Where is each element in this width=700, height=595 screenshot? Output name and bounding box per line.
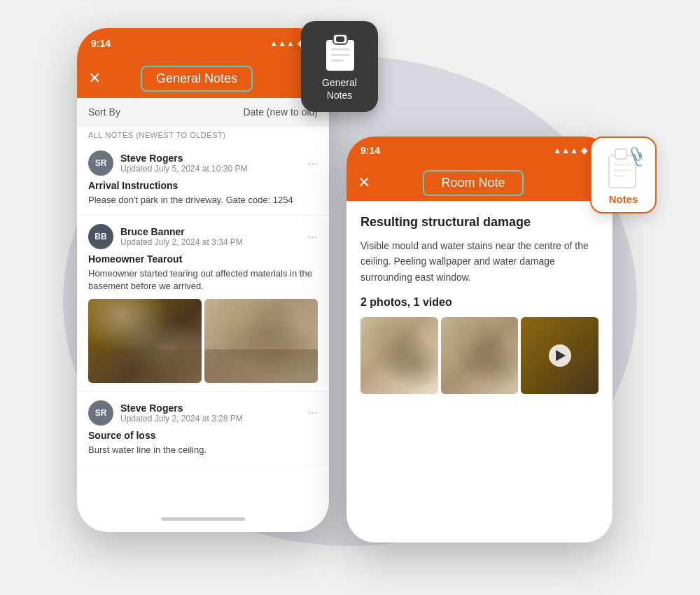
room-photo-2[interactable] [441,317,519,394]
phone2-title: Room Note [423,170,523,196]
sort-label: Sort By [88,106,120,118]
note3-text: Burst water line in the ceiling. [88,444,318,456]
phone1-home-indicator [161,517,245,521]
svg-rect-8 [613,164,631,166]
notes-icon-label: Notes [609,193,638,205]
note1-title: Arrival Instructions [88,180,318,191]
note2-title: Homeowner Tearout [88,253,318,265]
room-note-media-count: 2 photos, 1 video [360,296,598,309]
phone2-status-bar: 9:14 ▲▲▲ ◈ ▬ [346,136,612,164]
signal-icon: ▲▲▲ [270,38,295,48]
play-triangle-icon [556,350,566,361]
note2-updated: Updated July 2, 2024 at 3:34 PM [120,237,243,247]
room-photo-1[interactable] [360,317,438,394]
wifi-icon-2: ◈ [581,146,587,155]
phone1-status-bar: 9:14 ▲▲▲ ◈ ▬ [77,28,329,59]
general-notes-icon[interactable]: GeneralNotes [301,21,378,112]
svg-rect-2 [336,36,344,42]
note3-title: Source of loss [88,430,318,441]
room-video-1[interactable] [521,317,598,394]
phone1-header: ✕ General Notes [77,59,329,98]
all-notes-label: ALL NOTES (NEWEST TO OLDEST) [77,127,329,142]
avatar-bb: BB [88,224,113,249]
room-note-images [360,317,598,394]
note3-updated: Updated July 2, 2024 at 3:28 PM [120,414,243,424]
phone2-header: ✕ Room Note [346,164,612,201]
note3-menu-dots[interactable]: ··· [307,405,318,420]
phone1-close-button[interactable]: ✕ [88,69,101,88]
phone1-sort-bar: Sort By Date (new to old) [77,98,329,127]
note1-updated: Updated July 5, 2024 at 10:30 PM [120,164,247,174]
svg-rect-5 [331,59,344,62]
note-item-3[interactable]: SR Steve Rogers Updated July 2, 2024 at … [77,392,329,465]
note2-images [88,299,318,383]
phone1-time: 9:14 [91,38,111,49]
notes-page-icon: 📎 [606,146,642,189]
svg-rect-3 [331,48,349,50]
phone2-content: Resulting structural damage Visible moul… [346,201,612,405]
svg-rect-9 [613,169,631,172]
room-note-desc: Visible mould and water stains near the … [360,238,598,285]
phone2-time: 9:14 [360,145,380,156]
avatar-sr-2: SR [88,400,113,426]
note2-username: Bruce Banner [120,226,243,237]
svg-rect-4 [331,54,349,56]
note-item-2[interactable]: BB Bruce Banner Updated July 2, 2024 at … [77,216,329,391]
room-note-title: Resulting structural damage [360,215,598,230]
phone2-close-button[interactable]: ✕ [358,174,370,192]
avatar-sr-1: SR [88,150,113,176]
general-notes-label: GeneralNotes [322,76,357,102]
note1-menu-dots[interactable]: ··· [307,156,318,171]
phone1-general-notes: 9:14 ▲▲▲ ◈ ▬ ✕ General Notes Sort By Dat… [77,28,329,532]
note2-image2 [204,299,318,383]
note2-text: Homeowner started tearing out affected m… [88,267,318,293]
signal-icon-2: ▲▲▲ [553,146,578,155]
note-item-1[interactable]: SR Steve Rogers Updated July 5, 2024 at … [77,142,329,216]
note1-username: Steve Rogers [120,153,247,164]
clipboard-icon [322,31,357,71]
play-button[interactable] [549,344,571,367]
note2-image1 [88,299,202,383]
note2-menu-dots[interactable]: ··· [307,230,318,244]
phone2-room-note: 9:14 ▲▲▲ ◈ ▬ ✕ Room Note Resulting struc… [346,136,612,542]
svg-rect-10 [613,175,626,177]
note3-username: Steve Rogers [120,402,243,414]
svg-rect-7 [615,149,626,159]
note1-text: Please don't park in the driveway. Gate … [88,194,318,206]
notes-icon-float[interactable]: 📎 Notes [590,136,657,214]
phone1-title: General Notes [141,66,253,92]
